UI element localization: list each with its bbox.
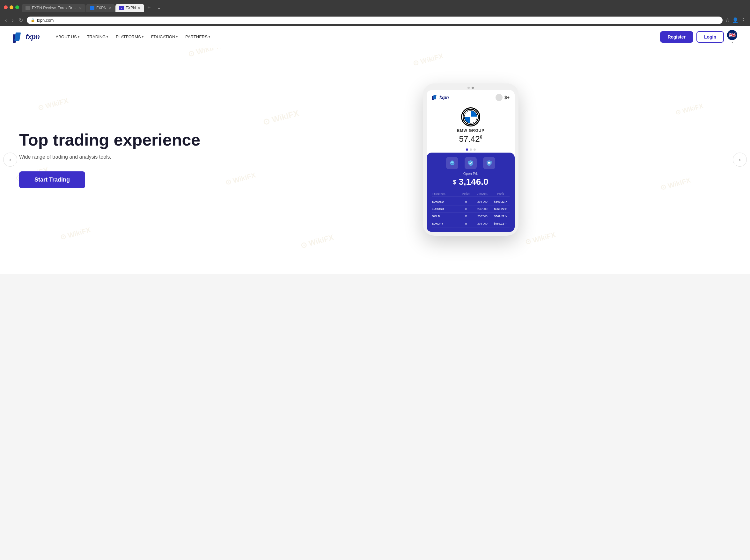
about-us-dropdown-arrow: ▾ [78, 35, 79, 39]
table-row: EURUSD B 236'000 $569.22 > [432, 205, 510, 213]
tab-close-2[interactable]: ✕ [108, 6, 111, 10]
tab-2[interactable]: FXPN ✕ [86, 4, 115, 12]
bookmark-button[interactable]: ☆ [725, 17, 730, 23]
logo[interactable]: fxpn [13, 31, 40, 43]
row1-action: B [459, 200, 473, 203]
phone-header: fxpn $+ [427, 90, 515, 104]
col-profit: Profit [491, 192, 510, 195]
nav-platforms[interactable]: PLATFORMS ▾ [113, 32, 147, 42]
forward-button[interactable]: › [11, 17, 15, 24]
phone-mockup: fxpn $+ [423, 83, 518, 236]
row2-instrument: EURUSD [432, 207, 459, 211]
back-button[interactable]: ‹ [4, 17, 8, 24]
hero-left-content: Top trading experience Wide range of tra… [19, 131, 211, 188]
nav-trading[interactable]: TRADING ▾ [84, 32, 112, 42]
page-dot-3 [474, 148, 476, 151]
address-bar[interactable]: 🔒 fxpn.com [27, 17, 723, 24]
col-amount: Amount [474, 192, 492, 195]
col-action: Action [459, 192, 473, 195]
svg-text:f: f [121, 7, 122, 10]
page-dot-active [466, 148, 468, 151]
col-instrument: Instrument [432, 192, 459, 195]
pnl-icon-1 [446, 157, 458, 169]
row3-action: B [459, 215, 473, 218]
traffic-lights [4, 5, 19, 9]
shield-box-icon [486, 160, 493, 167]
phone-pnl-label: Open P/L [432, 172, 510, 175]
pnl-icon-3 [483, 157, 495, 169]
nav-about-us[interactable]: ABOUT US ▾ [52, 32, 82, 42]
logo-icon [13, 31, 24, 43]
hero-subtitle: Wide range of trading and analysis tools… [19, 154, 211, 160]
table-row: GOLD B 236'000 $569.22 > [432, 213, 510, 220]
bmw-logo-svg [463, 109, 479, 125]
row4-profit: $569.22 — [491, 222, 510, 225]
phone-stock-price: 57.426 [459, 134, 482, 144]
reload-button[interactable]: ↻ [18, 17, 24, 24]
tabs-bar: FXPN Review, Forex Broker&... ✕ FXPN ✕ f… [22, 3, 746, 12]
tab-label-2: FXPN [96, 6, 106, 10]
phone-screen: fxpn $+ [427, 90, 515, 232]
tab-close-1[interactable]: ✕ [79, 6, 82, 10]
nav-education[interactable]: EDUCATION ▾ [148, 32, 181, 42]
row1-instrument: EURUSD [432, 200, 459, 203]
language-dropdown-arrow: ▾ [731, 41, 733, 44]
phone-pnl-section: Open P/L $ 3,146.0 Instrument Action Amo… [427, 152, 515, 232]
hero-title: Top trading experience [19, 131, 211, 149]
lock-icon: 🔒 [31, 18, 35, 22]
shield-check-icon [467, 160, 474, 167]
phone-stock-name: BMW GROUP [457, 128, 485, 133]
tab-favicon-1 [25, 6, 30, 10]
phone-trade-table: Instrument Action Amount Profit EURUSD B… [432, 191, 510, 227]
tabs-menu-button[interactable]: ⌄ [154, 3, 164, 12]
minimize-window-button[interactable] [9, 5, 14, 9]
browser-chrome: FXPN Review, Forex Broker&... ✕ FXPN ✕ f… [0, 0, 750, 26]
tab-close-3[interactable]: ✕ [138, 6, 140, 10]
row4-action: B [459, 222, 473, 225]
phone-pnl-value: $ 3,146.0 [432, 177, 510, 187]
page-dot-2 [470, 148, 472, 151]
phone-pagination [427, 147, 515, 152]
login-button[interactable]: Login [696, 31, 724, 43]
row3-amount: 236'000 [474, 215, 492, 218]
browser-titlebar: FXPN Review, Forex Broker&... ✕ FXPN ✕ f… [0, 0, 750, 15]
hero-right-content: fxpn $+ [211, 83, 731, 236]
svg-rect-15 [488, 162, 490, 163]
start-trading-button[interactable]: Start Trading [19, 171, 85, 188]
close-window-button[interactable] [4, 5, 8, 9]
table-row: EURUSD B 236'000 $569.22 > [432, 198, 510, 205]
address-text: fxpn.com [37, 18, 54, 23]
row3-instrument: GOLD [432, 215, 459, 218]
phone-logo: fxpn [432, 94, 449, 101]
tab-1[interactable]: FXPN Review, Forex Broker&... ✕ [22, 4, 85, 12]
svg-point-13 [451, 162, 454, 163]
profile-button[interactable]: 👤 [732, 17, 738, 23]
phone-notch [423, 83, 518, 90]
new-tab-button[interactable]: + [145, 3, 153, 12]
menu-button[interactable]: ⋮ [741, 17, 746, 23]
hero-prev-button[interactable]: ‹ [3, 152, 17, 167]
hero-next-button[interactable]: › [733, 152, 747, 167]
svg-rect-3 [14, 33, 21, 41]
education-dropdown-arrow: ▾ [176, 35, 178, 39]
row4-instrument: EURJPY [432, 222, 459, 225]
tab-favicon-3: f [119, 6, 124, 10]
nav-partners[interactable]: PARTNERS ▾ [182, 32, 213, 42]
nav-links: ABOUT US ▾ TRADING ▾ PLATFORMS ▾ EDUCATI… [52, 32, 660, 42]
row1-profit: $569.22 > [491, 200, 510, 203]
maximize-window-button[interactable] [15, 5, 19, 9]
tab-favicon-2 [90, 6, 94, 10]
phone-dot-2 [472, 87, 474, 89]
trading-dropdown-arrow: ▾ [106, 35, 108, 39]
flag-icon: 🇬🇧 [727, 30, 737, 40]
register-button[interactable]: Register [660, 31, 693, 43]
phone-logo-icon [432, 94, 438, 101]
partners-dropdown-arrow: ▾ [209, 35, 210, 39]
language-selector[interactable]: 🇬🇧 ▾ [727, 30, 737, 44]
row1-amount: 236'000 [474, 200, 492, 203]
navigation: fxpn ABOUT US ▾ TRADING ▾ PLATFORMS ▾ ED… [0, 26, 750, 48]
svg-rect-5 [433, 95, 437, 99]
tab-3[interactable]: f FXPN ✕ [115, 4, 144, 12]
row2-profit: $569.22 > [491, 207, 510, 211]
toolbar-actions: ☆ 👤 ⋮ [725, 17, 746, 23]
